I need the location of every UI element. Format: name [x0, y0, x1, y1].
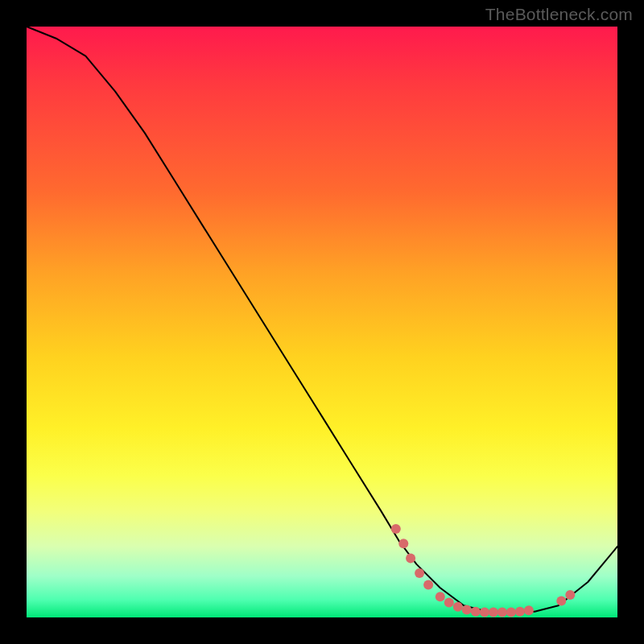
data-marker — [565, 590, 575, 600]
data-marker — [480, 607, 489, 617]
data-marker — [391, 524, 401, 534]
data-marker — [423, 580, 433, 590]
plot-area — [27, 27, 617, 617]
data-marker — [489, 607, 498, 617]
curve-line — [27, 27, 617, 612]
data-marker — [524, 605, 534, 615]
curve-path — [27, 27, 617, 612]
data-marker — [444, 598, 454, 608]
chart-svg — [27, 27, 617, 617]
data-marker — [453, 602, 463, 612]
data-marker — [398, 539, 408, 548]
data-marker — [515, 607, 525, 617]
data-marker — [415, 568, 424, 578]
chart-frame: TheBottleneck.com — [0, 0, 644, 644]
watermark-text: TheBottleneck.com — [485, 5, 633, 24]
data-marker — [406, 554, 415, 564]
data-marker — [436, 592, 445, 601]
curve-markers — [391, 524, 576, 617]
data-marker — [462, 605, 472, 615]
data-marker — [497, 607, 507, 617]
data-marker — [506, 607, 516, 617]
data-marker — [471, 607, 481, 617]
data-marker — [556, 596, 566, 605]
